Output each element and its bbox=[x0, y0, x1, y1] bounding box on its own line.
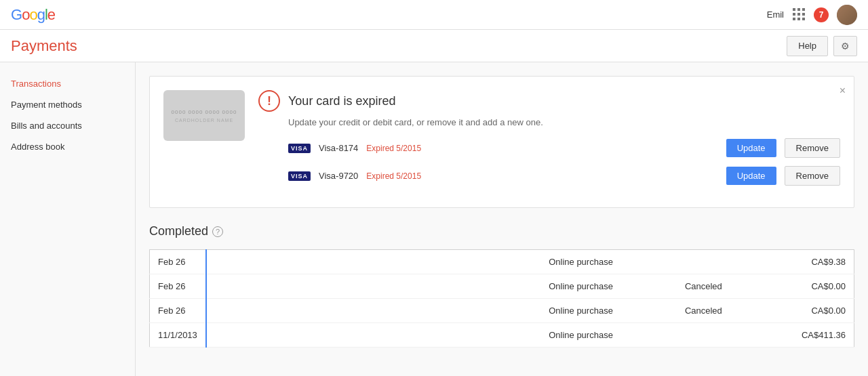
remove-button-2[interactable]: Remove bbox=[785, 166, 840, 186]
alert-title: Your card is expired bbox=[288, 94, 395, 108]
transaction-type-2: Online purchase bbox=[457, 274, 621, 299]
header: Google Emil 7 bbox=[0, 0, 868, 30]
transaction-type-1: Online purchase bbox=[457, 250, 621, 274]
google-logo: Google bbox=[11, 6, 55, 24]
logo-g2: g bbox=[37, 6, 45, 23]
transaction-desc-3 bbox=[206, 299, 457, 323]
transaction-date-4: 11/1/2013 bbox=[150, 323, 206, 348]
content-area: 0000 0000 0000 0000 CARDHOLDER NAME ! Yo… bbox=[136, 62, 868, 376]
card-row-2: VISA Visa-9720 Expired 5/2015 Update Rem… bbox=[288, 166, 840, 186]
avatar[interactable] bbox=[837, 5, 857, 25]
update-button-2[interactable]: Update bbox=[726, 167, 776, 185]
transaction-desc-2 bbox=[206, 274, 457, 299]
table-row: Feb 26 Online purchase Canceled CA$0.00 bbox=[150, 299, 854, 323]
help-button[interactable]: Help bbox=[787, 36, 828, 56]
transaction-status-3: Canceled bbox=[621, 299, 730, 323]
completed-label: Completed bbox=[149, 224, 208, 238]
sidebar-item-bills-and-accounts[interactable]: Bills and accounts bbox=[0, 115, 135, 136]
sub-header: Payments Help ⚙ bbox=[0, 30, 868, 62]
card-name-display: CARDHOLDER NAME bbox=[175, 118, 233, 123]
card-number-display: 0000 0000 0000 0000 bbox=[172, 109, 237, 115]
help-icon[interactable]: ? bbox=[212, 226, 223, 237]
transaction-amount-1: CA$9.38 bbox=[730, 250, 854, 274]
apps-icon[interactable] bbox=[792, 8, 806, 22]
transactions-table: Feb 26 Online purchase CA$9.38 Feb 26 On… bbox=[149, 249, 854, 348]
alert-header: ! Your card is expired bbox=[258, 90, 840, 112]
settings-button[interactable]: ⚙ bbox=[833, 36, 857, 56]
table-row: Feb 26 Online purchase CA$9.38 bbox=[150, 250, 854, 274]
card-expired-2: Expired 5/2015 bbox=[366, 171, 421, 181]
visa-badge-2: VISA bbox=[288, 171, 311, 181]
logo-g: G bbox=[11, 6, 22, 23]
page-title: Payments bbox=[11, 37, 77, 55]
main-container: Transactions Payment methods Bills and a… bbox=[0, 62, 868, 376]
card-row-1: VISA Visa-8174 Expired 5/2015 Update Rem… bbox=[288, 138, 840, 158]
sidebar-item-address-book[interactable]: Address book bbox=[0, 136, 135, 157]
update-button-1[interactable]: Update bbox=[726, 139, 776, 157]
transaction-amount-4: CA$411.36 bbox=[730, 323, 854, 348]
logo-o2: o bbox=[29, 6, 37, 23]
transaction-status-4 bbox=[621, 323, 730, 348]
card-visual: 0000 0000 0000 0000 CARDHOLDER NAME bbox=[163, 90, 245, 141]
transaction-amount-3: CA$0.00 bbox=[730, 299, 854, 323]
alert-card: 0000 0000 0000 0000 CARDHOLDER NAME ! Yo… bbox=[149, 76, 854, 208]
remove-button-1[interactable]: Remove bbox=[785, 138, 840, 158]
header-right: Emil 7 bbox=[767, 5, 857, 25]
alert-warning-icon: ! bbox=[258, 90, 280, 112]
close-alert-button[interactable]: × bbox=[840, 85, 846, 97]
transaction-status-1 bbox=[621, 250, 730, 274]
transaction-date-2: Feb 26 bbox=[150, 274, 206, 299]
card-name-2: Visa-9720 bbox=[319, 171, 358, 181]
username-label: Emil bbox=[767, 9, 784, 20]
transaction-amount-2: CA$0.00 bbox=[730, 274, 854, 299]
transaction-status-2: Canceled bbox=[621, 274, 730, 299]
notification-badge[interactable]: 7 bbox=[814, 7, 829, 22]
gear-icon: ⚙ bbox=[841, 41, 850, 51]
sub-header-actions: Help ⚙ bbox=[787, 36, 857, 56]
alert-description: Update your credit or debit card, or rem… bbox=[288, 117, 840, 127]
transaction-type-4: Online purchase bbox=[457, 323, 621, 348]
sidebar-item-transactions[interactable]: Transactions bbox=[0, 73, 135, 94]
transaction-date-1: Feb 26 bbox=[150, 250, 206, 274]
sidebar-item-payment-methods[interactable]: Payment methods bbox=[0, 94, 135, 115]
alert-content: ! Your card is expired Update your credi… bbox=[258, 90, 840, 194]
transaction-desc-4 bbox=[206, 323, 457, 348]
sidebar: Transactions Payment methods Bills and a… bbox=[0, 62, 136, 376]
logo-e: e bbox=[47, 6, 55, 23]
card-expired-1: Expired 5/2015 bbox=[366, 144, 421, 153]
card-name-1: Visa-8174 bbox=[319, 143, 358, 153]
visa-badge-1: VISA bbox=[288, 144, 311, 153]
transaction-type-3: Online purchase bbox=[457, 299, 621, 323]
table-row: Feb 26 Online purchase Canceled CA$0.00 bbox=[150, 274, 854, 299]
transaction-desc-1 bbox=[206, 250, 457, 274]
table-row: 11/1/2013 Online purchase CA$411.36 bbox=[150, 323, 854, 348]
transaction-date-3: Feb 26 bbox=[150, 299, 206, 323]
section-title: Completed ? bbox=[149, 224, 854, 238]
logo-o1: o bbox=[22, 6, 29, 23]
completed-section: Completed ? Feb 26 Online purchase CA$9.… bbox=[149, 224, 854, 348]
